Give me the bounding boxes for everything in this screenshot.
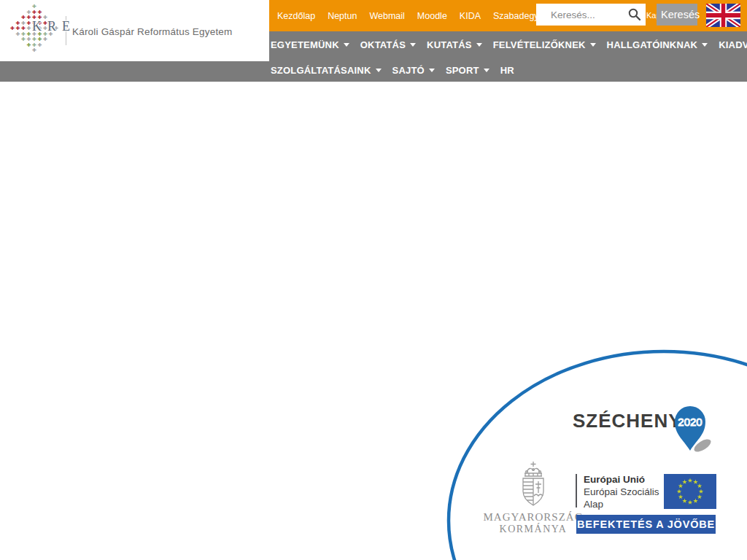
government-logo-text: MAGYARORSZÁG KORMÁNYA (482, 511, 584, 535)
chevron-down-icon (429, 69, 435, 72)
nav-sajto[interactable]: SAJTÓ (392, 65, 435, 76)
utility-links: Kezdőlap Neptun Webmail Moodle KIDA Szab… (277, 0, 559, 31)
search-box (536, 4, 646, 26)
government-line2: KORMÁNYA (482, 524, 584, 535)
eu-line2: Európai Szociális (584, 486, 659, 498)
nav-egyetemunk[interactable]: EGYETEMÜNK (271, 39, 349, 50)
investment-banner: BEFEKTETÉS A JÖVŐBE (576, 515, 716, 534)
nav-hr[interactable]: HR (500, 65, 514, 76)
chevron-down-icon (344, 43, 349, 47)
banner-text: BEFEKTETÉS A JÖVŐBE (577, 518, 715, 530)
main-menu-row1: EGYETEMÜNK OKTATÁS KUTATÁS FELVÉTELIZŐKN… (271, 31, 747, 58)
search-icon (627, 7, 642, 22)
nav-label: HR (500, 65, 514, 76)
search-button[interactable]: Keresés (657, 4, 697, 26)
logo-acronym: KRE (32, 19, 76, 34)
nav-label: SPORT (446, 65, 479, 76)
nav-label: FELVÉTELIZŐKNEK (493, 39, 586, 50)
top-link-kida[interactable]: KIDA (460, 11, 481, 21)
nav-label: SAJTÓ (392, 65, 425, 76)
university-name: Károli Gáspár Református Egyetem (72, 26, 233, 37)
nav-label: EGYETEMÜNK (271, 39, 339, 50)
nav-label: SZOLGÁLTATÁSAINK (271, 65, 371, 76)
top-link-neptun[interactable]: Neptun (328, 11, 357, 21)
nav-szolgaltatasaink[interactable]: SZOLGÁLTATÁSAINK (271, 65, 382, 76)
szechenyi-title: SZÉCHENYI (573, 410, 688, 432)
chevron-down-icon (702, 43, 708, 47)
eu-line3: Alap (584, 498, 659, 510)
nav-label: KIADVÁNYOK (719, 39, 747, 50)
eu-flag-icon (664, 474, 716, 509)
chevron-down-icon (484, 69, 489, 72)
nav-label: KUTATÁS (427, 39, 472, 50)
government-line1: MAGYARORSZÁG (482, 511, 584, 524)
top-link-webmail[interactable]: Webmail (369, 11, 404, 21)
nav-sport[interactable]: SPORT (446, 65, 489, 76)
main-menu-row2: SZOLGÁLTATÁSAINK SAJTÓ SPORT HR (271, 58, 514, 82)
nav-felvetelizoknek[interactable]: FELVÉTELIZŐKNEK (493, 39, 596, 50)
svg-text:2020: 2020 (678, 416, 702, 428)
nav-label: OKTATÁS (360, 39, 406, 50)
szechenyi-2020-pin-icon: 2020 (672, 402, 713, 455)
chevron-down-icon (376, 69, 382, 72)
nav-oktatas[interactable]: OKTATÁS (360, 39, 416, 50)
chevron-down-icon (590, 43, 596, 47)
site-logo[interactable]: ✚✚✚✚✚✚✚✚✚✚✚✚✚✚✚✚✚✚✚✚✚✚✚✚✚✚✚✚✚✚✚✚✚✚✚✚✚✚✚✚… (0, 0, 269, 61)
nav-hallgatoinknak[interactable]: HALLGATÓINKNAK (607, 39, 708, 50)
search-input[interactable] (536, 4, 637, 26)
chevron-down-icon (410, 43, 416, 47)
chevron-down-icon (476, 43, 482, 47)
eu-line1: Európai Unió (584, 473, 659, 486)
nav-label: HALLGATÓINKNAK (607, 39, 698, 50)
hungary-coat-of-arms-icon (513, 461, 554, 509)
eu-fund-text: Európai Unió Európai Szociális Alap (584, 473, 659, 510)
nav-kiadvanyok[interactable]: KIADVÁNYOK (719, 39, 747, 50)
nav-kutatas[interactable]: KUTATÁS (427, 39, 482, 50)
top-link-moodle[interactable]: Moodle (417, 11, 447, 21)
eu-text-divider (576, 474, 577, 508)
uk-flag-icon[interactable] (706, 4, 740, 27)
top-link-kezdolap[interactable]: Kezdőlap (277, 11, 315, 21)
